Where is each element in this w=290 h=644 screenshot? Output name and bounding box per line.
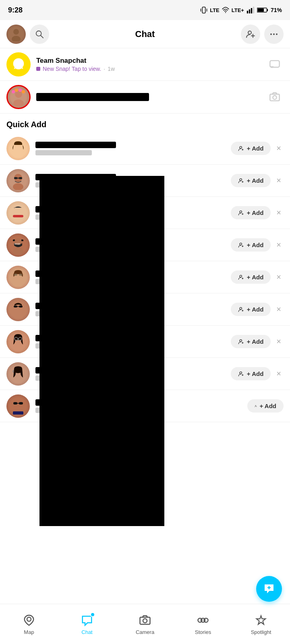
svg-point-27: [273, 96, 276, 99]
signal-icon: [246, 6, 255, 14]
chat-action-contact[interactable]: [266, 88, 284, 106]
search-button[interactable]: [30, 25, 49, 44]
map-nav-icon: [22, 613, 36, 627]
qa-info-7: [35, 335, 225, 349]
qa-name-6: [35, 303, 116, 309]
add-button-7[interactable]: + Add: [231, 335, 271, 348]
chat-bubble-icon: [269, 59, 280, 70]
add-button-4[interactable]: + Add: [231, 238, 271, 252]
scroll-area: Team Snapchat New Snap! Tap to view. · 1…: [0, 48, 290, 604]
qa-name-4: [35, 238, 116, 245]
qa-info-8: [35, 367, 225, 381]
compose-icon: [262, 582, 276, 596]
chat-action-snapchat[interactable]: [266, 56, 284, 73]
svg-rect-43: [13, 215, 23, 217]
more-options-button[interactable]: [264, 25, 284, 44]
status-icons: LTE LTE+ 71%: [200, 6, 282, 14]
camera-nav-icon: [138, 613, 152, 627]
qa-sub-9: [35, 408, 92, 413]
qa-sub-4: [35, 247, 92, 252]
svg-rect-0: [202, 7, 205, 13]
qa-info-3: [35, 206, 225, 220]
svg-rect-64: [14, 305, 17, 308]
svg-point-75: [240, 339, 242, 341]
user-bitmoji: [9, 27, 23, 41]
team-snapchat-status: New Snap! Tap to view. · 1w: [36, 66, 260, 72]
snap-text: New Snap! Tap to view.: [43, 66, 101, 72]
qa-sub-8: [35, 376, 92, 381]
nav-item-spotlight[interactable]: Spotlight: [237, 613, 285, 635]
svg-point-25: [22, 90, 25, 93]
qa-bitmoji-9: [9, 397, 27, 415]
qa-avatar-2: [6, 169, 30, 192]
camera-nav-label: Camera: [136, 629, 154, 635]
add-friend-button[interactable]: [241, 25, 260, 44]
search-icon: [35, 30, 44, 39]
qa-avatar-3: [6, 201, 30, 225]
add-friend-icon: [246, 29, 255, 39]
chat-item-contact[interactable]: [0, 81, 290, 114]
qa-bitmoji-6: [9, 300, 27, 319]
qa-name-9: [35, 399, 116, 406]
nav-item-camera[interactable]: Camera: [121, 613, 169, 635]
add-button-3[interactable]: + Add: [231, 206, 271, 219]
svg-point-30: [240, 146, 242, 148]
qa-bitmoji-2: [9, 171, 27, 190]
nav-item-map[interactable]: Map: [5, 613, 53, 635]
nav-item-stories[interactable]: Stories: [179, 613, 227, 635]
quick-add-item-5: + Add ×: [0, 261, 290, 293]
dismiss-button-4[interactable]: ×: [274, 240, 284, 250]
svg-point-17: [273, 33, 275, 35]
add-label-6: + Add: [247, 306, 264, 313]
svg-rect-65: [19, 305, 23, 308]
dismiss-button-2[interactable]: ×: [274, 176, 284, 185]
dismiss-button-5[interactable]: ×: [274, 272, 284, 282]
svg-rect-3: [249, 9, 250, 13]
qa-bitmoji-5: [9, 268, 27, 287]
svg-point-1: [225, 12, 226, 13]
dismiss-button-6[interactable]: ×: [274, 305, 284, 314]
add-button-6[interactable]: + Add: [231, 303, 271, 316]
add-label-3: + Add: [247, 209, 264, 216]
svg-point-18: [276, 33, 278, 35]
qa-bitmoji-8: [9, 365, 27, 383]
qa-info-6: [35, 303, 225, 316]
contact-name-redacted: [36, 93, 149, 101]
svg-rect-4: [251, 8, 252, 13]
add-button-5[interactable]: + Add: [231, 270, 271, 284]
qa-info-9: [35, 399, 242, 413]
add-button-1[interactable]: + Add: [231, 142, 271, 155]
qa-name-7: [35, 335, 116, 341]
add-button-2[interactable]: + Add: [231, 174, 271, 187]
svg-point-67: [240, 307, 242, 309]
add-person-icon-2: [238, 178, 244, 184]
add-button-8[interactable]: + Add: [231, 367, 271, 380]
dismiss-button-3[interactable]: ×: [274, 208, 284, 217]
qa-sub-5: [35, 279, 92, 284]
add-person-icon-6: [238, 306, 244, 313]
compose-fab[interactable]: [256, 576, 282, 602]
quick-add-list: + Add ×: [0, 132, 290, 422]
contact-avatar: [6, 85, 31, 109]
add-label-4: + Add: [247, 242, 264, 248]
quick-add-item-9: + Add: [0, 390, 290, 422]
add-label-8: + Add: [247, 370, 264, 377]
add-button-9[interactable]: + Add: [247, 399, 284, 413]
svg-rect-8: [257, 8, 264, 12]
chat-item-team-snapchat[interactable]: Team Snapchat New Snap! Tap to view. · 1…: [0, 48, 290, 81]
dismiss-button-8[interactable]: ×: [274, 369, 284, 378]
svg-rect-7: [267, 9, 268, 11]
nav-item-chat[interactable]: Chat: [63, 613, 111, 635]
status-bar: 9:28 LTE LTE+ 71%: [0, 0, 290, 20]
quick-add-header: Quick Add: [0, 114, 290, 132]
qa-avatar-5: [6, 266, 30, 289]
map-icon: [23, 614, 35, 626]
dismiss-button-7[interactable]: ×: [274, 337, 284, 346]
svg-point-23: [15, 89, 18, 92]
user-avatar[interactable]: [6, 25, 26, 44]
lte-label: LTE: [210, 7, 220, 13]
dismiss-button-1[interactable]: ×: [274, 144, 284, 153]
svg-line-12: [41, 35, 43, 37]
team-snapchat-info: Team Snapchat New Snap! Tap to view. · 1…: [36, 57, 260, 72]
qa-info-1: [35, 142, 225, 155]
